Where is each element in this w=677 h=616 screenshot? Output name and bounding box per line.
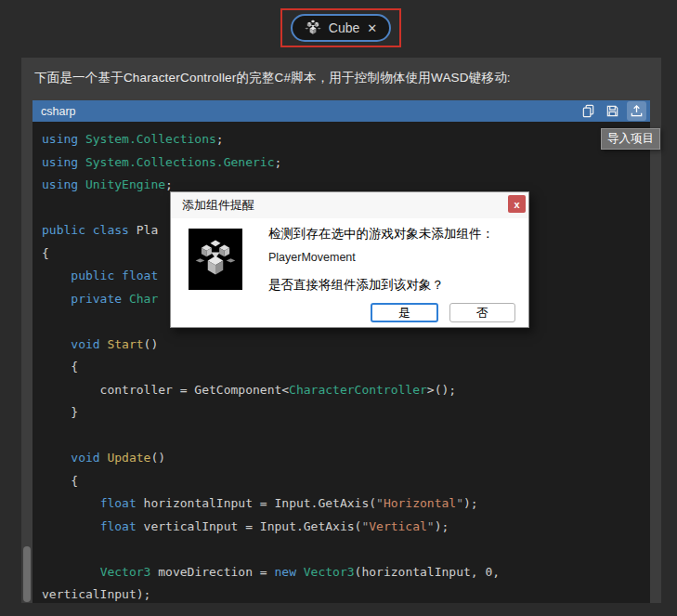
code-line: void Update() (42, 447, 641, 470)
app-background: Cube ✕ 下面是一个基于CharacterController的完整C#脚本… (0, 0, 677, 616)
message-panel: 下面是一个基于CharacterController的完整C#脚本，用于控制物体… (21, 58, 661, 603)
code-line: { (42, 356, 641, 379)
dialog-no-button[interactable]: 否 (449, 303, 515, 322)
save-code-button[interactable] (603, 101, 622, 121)
import-tooltip: 导入项目 (601, 128, 660, 150)
code-line: verticalInput); (42, 583, 641, 603)
annotation-highlight: Cube ✕ (280, 8, 401, 47)
dialog-title: 添加组件提醒 (182, 197, 254, 214)
dialog-titlebar: 添加组件提醒 x (171, 192, 528, 218)
code-header-bar: csharp (33, 100, 650, 122)
tab-close-icon[interactable]: ✕ (367, 22, 377, 34)
unity-cube-icon (305, 20, 321, 36)
code-line: Vector3 moveDirection = new Vector3(hori… (42, 561, 641, 584)
dialog-component-name: PlayerMovement (268, 251, 356, 264)
import-upload-icon (630, 104, 644, 118)
tab-label: Cube (329, 20, 359, 35)
code-line: } (42, 401, 641, 425)
code-line: using System.Collections.Generic; (42, 151, 641, 175)
dialog-message-2: 是否直接将组件添加到该对象？ (268, 277, 444, 294)
copy-code-button[interactable] (579, 101, 598, 121)
intro-text: 下面是一个基于CharacterController的完整C#脚本，用于控制物体… (34, 70, 511, 86)
code-language-label: csharp (33, 105, 76, 118)
code-line (42, 425, 641, 448)
copy-icon (581, 104, 595, 118)
add-component-dialog: 添加组件提醒 x 检测到存在选中的游戏对象未添加组件： PlayerMoveme (170, 191, 529, 328)
save-icon (605, 104, 619, 118)
code-block: csharp (33, 100, 650, 603)
code-scrollbar-thumb[interactable] (23, 546, 31, 602)
code-line: controller = GetComponent<CharacterContr… (42, 379, 641, 402)
code-line: void Start() (42, 334, 641, 357)
dialog-message-1: 检测到存在选中的游戏对象未添加组件： (268, 226, 494, 242)
selected-object-tab[interactable]: Cube ✕ (291, 14, 391, 42)
code-line: using System.Collections; (42, 128, 641, 151)
dialog-yes-button[interactable]: 是 (371, 303, 438, 322)
code-line: { (42, 470, 641, 493)
dialog-unity-cube-icon (189, 229, 242, 290)
code-line (42, 538, 641, 561)
code-actions (579, 101, 650, 121)
import-project-button[interactable] (627, 101, 646, 121)
code-line: float verticalInput = Input.GetAxis("Ver… (42, 516, 641, 539)
dialog-close-button[interactable]: x (508, 195, 526, 213)
code-line: float horizontalInput = Input.GetAxis("H… (42, 492, 641, 516)
